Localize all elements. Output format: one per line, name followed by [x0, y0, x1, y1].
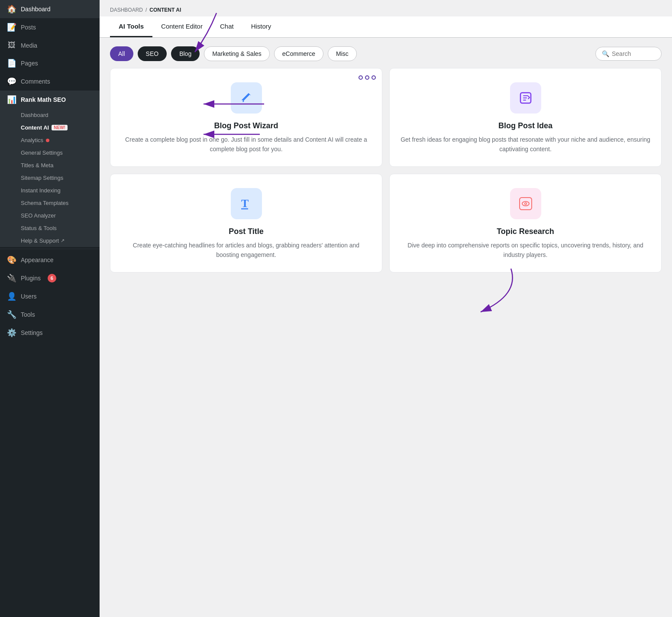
submenu-general-settings-label: General Settings [21, 149, 63, 156]
sidebar-item-media[interactable]: 🖼 Media [0, 36, 100, 54]
new-badge: New! [52, 125, 68, 130]
submenu-item-seo-analyzer[interactable]: SEO Analyzer [0, 209, 100, 222]
card-menu[interactable] [359, 75, 376, 81]
sidebar-item-comments[interactable]: 💬 Comments [0, 72, 100, 91]
media-icon: 🖼 [7, 41, 16, 50]
submenu-instant-indexing-label: Instant Indexing [21, 187, 61, 194]
blog-post-wizard-icon-wrap [231, 82, 262, 114]
filter-misc[interactable]: Misc [328, 46, 357, 61]
tab-ai-tools[interactable]: AI Tools [110, 16, 152, 37]
card-topic-research-desc: Dive deep into comprehensive reports on … [400, 240, 651, 260]
submenu-item-content-ai[interactable]: Content AI New! [0, 121, 100, 134]
breadcrumb-separator: / [145, 7, 147, 13]
sidebar-item-appearance[interactable]: 🎨 Appearance [0, 251, 100, 269]
appearance-icon: 🎨 [7, 255, 16, 265]
sidebar-item-settings[interactable]: ⚙️ Settings [0, 324, 100, 342]
card-blog-post-wizard-desc: Create a complete blog post in one go. J… [121, 135, 372, 154]
sidebar-item-posts[interactable]: 📝 Posts [0, 18, 100, 36]
card-blog-post-idea[interactable]: Blog Post Idea Get fresh ideas for engag… [389, 68, 662, 167]
breadcrumb: DASHBOARD / CONTENT AI [100, 0, 672, 16]
sidebar-item-plugins[interactable]: 🔌 Plugins 6 [0, 269, 100, 287]
card-post-title-title: Post Title [229, 227, 264, 236]
filter-ecommerce[interactable]: eCommerce [274, 46, 323, 61]
svg-point-9 [525, 203, 526, 204]
pages-icon: 📄 [7, 58, 16, 68]
submenu-seo-analyzer-label: SEO Analyzer [21, 212, 56, 219]
page-wrapper: 🏠 Dashboard 📝 Posts 🖼 Media 📄 Pages 💬 Co… [0, 0, 672, 617]
sidebar-item-plugins-label: Plugins [21, 275, 41, 282]
tab-history[interactable]: History [242, 16, 280, 37]
tab-chat[interactable]: Chat [211, 16, 242, 37]
settings-icon: ⚙️ [7, 328, 16, 338]
sidebar-item-rank-math-label: Rank Math SEO [21, 96, 66, 103]
sidebar-item-settings-label: Settings [21, 329, 43, 336]
sidebar-item-pages-label: Pages [21, 60, 38, 67]
sidebar-item-pages[interactable]: 📄 Pages [0, 54, 100, 72]
card-topic-research-title: Topic Research [497, 227, 554, 236]
filter-marketing[interactable]: Marketing & Sales [204, 46, 270, 61]
filter-all[interactable]: All [110, 46, 133, 61]
external-link-icon: ↗ [61, 238, 65, 244]
sidebar-item-media-label: Media [21, 42, 37, 49]
tab-content-editor[interactable]: Content Editor [152, 16, 211, 37]
submenu-item-instant-indexing[interactable]: Instant Indexing [0, 184, 100, 197]
sidebar-item-users[interactable]: 👤 Users [0, 287, 100, 305]
content-area: DASHBOARD / CONTENT AI AI Tools Content … [100, 0, 672, 617]
submenu-item-sitemap-settings[interactable]: Sitemap Settings [0, 172, 100, 184]
card-blog-post-wizard[interactable]: Blog Post Wizard Create a complete blog … [110, 68, 382, 167]
sidebar-item-tools[interactable]: 🔧 Tools [0, 305, 100, 324]
breadcrumb-home[interactable]: DASHBOARD [110, 7, 143, 13]
rank-math-icon: 📊 [7, 95, 16, 104]
card-topic-research[interactable]: Topic Research Dive deep into comprehens… [389, 174, 662, 273]
submenu-content-ai-label: Content AI [21, 124, 49, 131]
sidebar-item-tools-label: Tools [21, 311, 35, 318]
svg-point-0 [359, 76, 362, 79]
submenu-item-general-settings[interactable]: General Settings [0, 146, 100, 159]
submenu-item-dashboard[interactable]: Dashboard [0, 109, 100, 121]
plugins-icon: 🔌 [7, 273, 16, 283]
submenu-item-help-support[interactable]: Help & Support ↗ [0, 234, 100, 247]
submenu-item-analytics[interactable]: Analytics [0, 134, 100, 146]
submenu-sitemap-settings-label: Sitemap Settings [21, 175, 63, 181]
search-box[interactable]: 🔍 [595, 47, 662, 61]
sidebar-item-dashboard-label: Dashboard [21, 6, 51, 13]
sidebar-item-appearance-label: Appearance [21, 257, 54, 263]
submenu-item-status-tools[interactable]: Status & Tools [0, 222, 100, 234]
dashboard-icon: 🏠 [7, 4, 16, 14]
sidebar-item-users-label: Users [21, 293, 37, 300]
filter-bar: All SEO Blog Marketing & Sales eCommerce… [100, 38, 672, 68]
analytics-dot-badge [46, 139, 49, 142]
users-icon: 👤 [7, 292, 16, 301]
tabs-container: AI Tools Content Editor Chat History [100, 16, 672, 38]
breadcrumb-current: CONTENT AI [149, 7, 181, 13]
blog-post-idea-icon-wrap [510, 82, 541, 114]
rank-math-submenu: Dashboard Content AI New! Analytics Gene… [0, 109, 100, 247]
card-blog-post-wizard-title: Blog Post Wizard [214, 121, 278, 130]
submenu-item-titles-meta[interactable]: Titles & Meta [0, 159, 100, 172]
card-post-title-desc: Create eye-catching headlines for articl… [121, 240, 372, 260]
sidebar-item-posts-label: Posts [21, 24, 36, 31]
sidebar-item-dashboard[interactable]: 🏠 Dashboard [0, 0, 100, 18]
sidebar: 🏠 Dashboard 📝 Posts 🖼 Media 📄 Pages 💬 Co… [0, 0, 100, 617]
search-input[interactable] [612, 50, 655, 57]
submenu-help-support-label: Help & Support [21, 237, 59, 244]
submenu-schema-templates-label: Schema Templates [21, 200, 68, 206]
filter-seo[interactable]: SEO [138, 46, 167, 61]
submenu-dashboard-label: Dashboard [21, 112, 48, 118]
submenu-titles-meta-label: Titles & Meta [21, 162, 53, 169]
sidebar-item-comments-label: Comments [21, 78, 50, 85]
card-blog-post-idea-desc: Get fresh ideas for engaging blog posts … [400, 135, 651, 154]
filter-blog[interactable]: Blog [171, 46, 200, 61]
sidebar-divider-1 [0, 249, 100, 249]
tools-icon: 🔧 [7, 310, 16, 319]
svg-point-1 [365, 76, 369, 79]
cards-grid: Blog Post Wizard Create a complete blog … [100, 68, 672, 283]
card-post-title[interactable]: T Post Title Create eye-catching headlin… [110, 174, 382, 273]
comments-icon: 💬 [7, 77, 16, 86]
submenu-analytics-label: Analytics [21, 137, 43, 143]
topic-research-icon-wrap [510, 188, 541, 219]
plugins-badge: 6 [48, 274, 56, 283]
posts-icon: 📝 [7, 23, 16, 32]
submenu-item-schema-templates[interactable]: Schema Templates [0, 197, 100, 209]
sidebar-item-rank-math[interactable]: 📊 Rank Math SEO [0, 91, 100, 109]
